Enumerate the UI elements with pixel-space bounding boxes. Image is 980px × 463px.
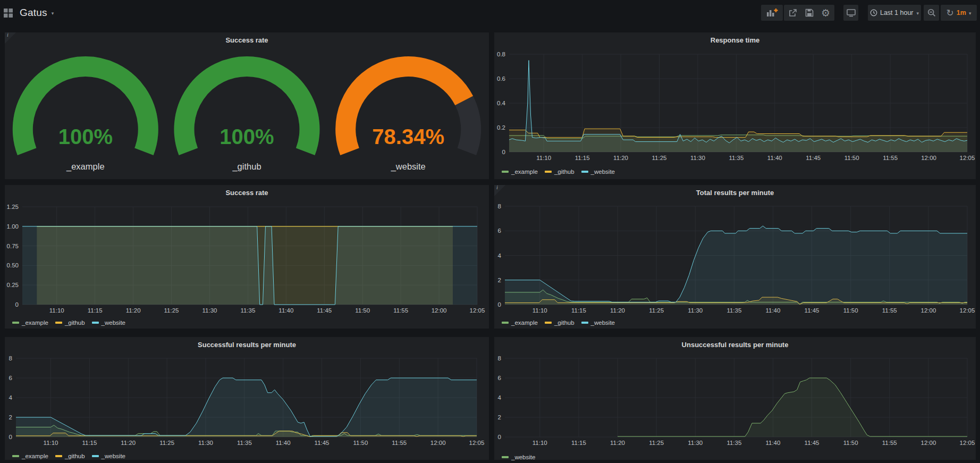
x-tick-label: 11:15 <box>82 440 97 446</box>
legend-item-_github[interactable]: _github <box>55 319 85 326</box>
dashboard-title[interactable]: Gatus <box>20 7 47 19</box>
legend-label: _website <box>102 319 125 326</box>
x-tick-label: 11:25 <box>649 440 664 446</box>
series-fill-_website <box>618 378 967 437</box>
response-time-chart[interactable]: 00.20.40.60.811:1011:1511:2011:2511:3011… <box>494 32 976 179</box>
chart-legend: _example_github_website <box>12 319 132 326</box>
time-range-picker[interactable]: Last 1 hour ▾ <box>868 5 921 21</box>
x-tick-label: 11:15 <box>88 307 103 314</box>
chart-legend: _example_github_website <box>12 453 132 459</box>
x-tick-label: 11:10 <box>44 440 58 446</box>
total-results-chart[interactable]: 0246811:1011:1511:2011:2511:3011:3511:40… <box>494 185 976 329</box>
panel-title[interactable]: Response time <box>494 36 976 44</box>
panel-info-corner[interactable]: i <box>5 32 16 44</box>
gauge-label: _website <box>391 162 426 172</box>
x-tick-label: 11:50 <box>843 440 858 446</box>
x-tick-label: 11:50 <box>843 307 858 314</box>
y-tick-label: 6 <box>9 375 12 381</box>
share-dashboard-button[interactable] <box>784 5 801 21</box>
legend-item-_example[interactable]: _example <box>502 169 538 175</box>
save-icon <box>805 9 814 17</box>
legend-item-_example[interactable]: _example <box>12 453 48 459</box>
legend-item-_website[interactable]: _website <box>92 453 125 459</box>
legend-item-_github[interactable]: _github <box>55 453 85 459</box>
dashboard-caret-down-icon[interactable]: ▾ <box>52 11 54 16</box>
x-tick-label: 11:20 <box>610 440 625 446</box>
legend-item-_github[interactable]: _github <box>545 319 575 326</box>
tv-mode-button[interactable] <box>843 5 858 21</box>
success-rate-chart[interactable]: 00.250.500.751.001.2511:1011:1511:2011:2… <box>5 185 489 329</box>
legend-item-_example[interactable]: _example <box>502 319 538 326</box>
x-tick-label: 11:45 <box>317 307 332 314</box>
y-tick-label: 4 <box>9 394 13 401</box>
panel-title[interactable]: Success rate <box>5 36 489 44</box>
legend-color-dash <box>92 455 99 457</box>
legend-label: _github <box>554 169 575 175</box>
y-tick-label: 2 <box>498 277 501 283</box>
x-tick-label: 11:40 <box>278 307 293 314</box>
refresh-picker[interactable]: ↻ 1m ▾ <box>941 5 977 21</box>
y-tick-label: 0.4 <box>497 100 506 106</box>
chart-legend: _example_github_website <box>502 169 622 175</box>
save-dashboard-button[interactable] <box>801 5 817 21</box>
x-tick-label: 12:00 <box>921 307 936 314</box>
refresh-icon: ↻ <box>947 9 954 18</box>
x-tick-label: 11:55 <box>883 155 898 161</box>
legend-item-_website[interactable]: _website <box>92 319 125 326</box>
x-tick-label: 11:30 <box>688 307 703 314</box>
legend-item-_website[interactable]: _website <box>502 454 535 460</box>
y-tick-label: 0.8 <box>497 51 505 57</box>
x-tick-label: 11:35 <box>726 307 741 314</box>
panel-title[interactable]: Unsuccessful results per minute <box>494 341 976 349</box>
gauge-_example: 100%_example <box>23 66 148 172</box>
x-tick-label: 11:45 <box>805 440 820 446</box>
x-tick-label: 11:40 <box>767 155 782 161</box>
y-tick-label: 1.00 <box>7 223 19 230</box>
x-tick-label: 11:35 <box>240 307 255 314</box>
zoom-out-button[interactable] <box>924 5 939 21</box>
panel-unsuccessful-results: Unsuccessful results per minute 0246811:… <box>494 337 976 460</box>
x-tick-label: 12:00 <box>432 307 447 314</box>
x-tick-label: 11:55 <box>882 440 897 446</box>
y-tick-label: 0.2 <box>497 124 505 131</box>
panel-total-results: i Total results per minute 0246811:1011:… <box>494 185 976 329</box>
legend-item-_website[interactable]: _website <box>581 169 615 175</box>
y-tick-label: 0 <box>502 149 505 155</box>
legend-label: _github <box>554 319 575 326</box>
legend-label: _website <box>591 169 615 175</box>
unsuccessful-results-chart[interactable]: 0246811:1011:1511:2011:2511:3011:3511:40… <box>494 337 976 460</box>
panel-title[interactable]: Success rate <box>5 189 489 197</box>
legend-color-dash <box>12 322 19 324</box>
x-tick-label: 11:35 <box>726 440 741 446</box>
gauge-value: 100% <box>58 125 113 148</box>
x-tick-label: 11:50 <box>844 155 859 161</box>
panel-successful-results: Successful results per minute 0246811:10… <box>5 337 489 460</box>
legend-label: _website <box>591 319 615 326</box>
dashboards-grid-icon[interactable] <box>4 9 13 18</box>
successful-results-chart[interactable]: 0246811:1011:1511:2011:2511:3011:3511:40… <box>5 337 489 460</box>
legend-label: _github <box>65 453 85 459</box>
x-tick-label: 11:50 <box>353 440 368 446</box>
refresh-caret-down-icon: ▾ <box>969 11 971 16</box>
refresh-interval-label: 1m <box>957 9 966 16</box>
add-panel-button[interactable] <box>761 5 783 21</box>
y-tick-label: 8 <box>9 355 12 361</box>
gauge-value: 100% <box>219 125 274 148</box>
time-range-label: Last 1 hour <box>880 9 914 16</box>
x-tick-label: 11:15 <box>571 307 586 314</box>
legend-item-_website[interactable]: _website <box>581 319 615 326</box>
panel-info-corner[interactable]: i <box>494 185 505 196</box>
panel-title[interactable]: Successful results per minute <box>5 341 489 349</box>
legend-label: _example <box>511 319 538 326</box>
gauge-label: _github <box>232 162 261 172</box>
legend-item-_github[interactable]: _github <box>545 169 575 175</box>
x-tick-label: 11:10 <box>49 307 64 314</box>
y-tick-label: 0 <box>498 301 501 308</box>
gear-icon: ⚙ <box>821 8 830 18</box>
dashboard-settings-button[interactable]: ⚙ <box>817 5 834 21</box>
panel-title[interactable]: Total results per minute <box>494 189 976 197</box>
legend-item-_example[interactable]: _example <box>12 319 48 326</box>
series-fill-_website <box>16 378 477 437</box>
y-tick-label: 4 <box>498 394 502 401</box>
y-tick-label: 1.25 <box>7 204 19 210</box>
